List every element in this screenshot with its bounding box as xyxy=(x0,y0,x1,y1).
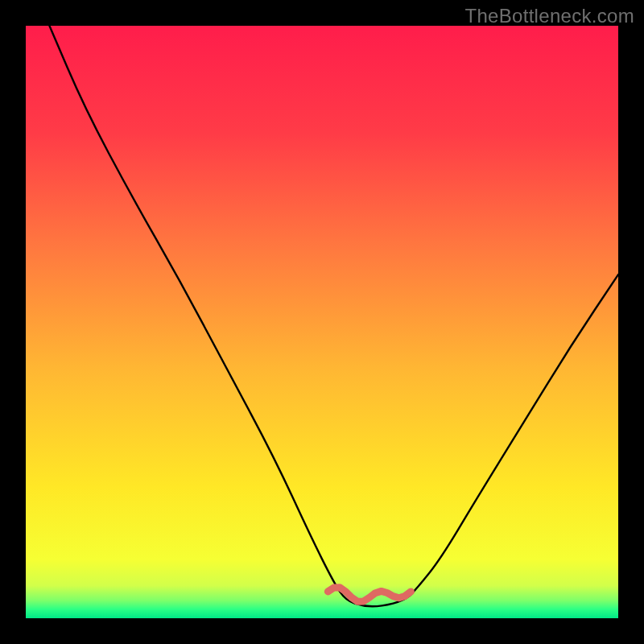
watermark-text: TheBottleneck.com xyxy=(464,5,634,27)
gradient-background xyxy=(26,26,618,618)
chart-svg xyxy=(26,26,618,618)
plot-area xyxy=(26,26,618,618)
chart-frame: TheBottleneck.com xyxy=(0,0,644,644)
